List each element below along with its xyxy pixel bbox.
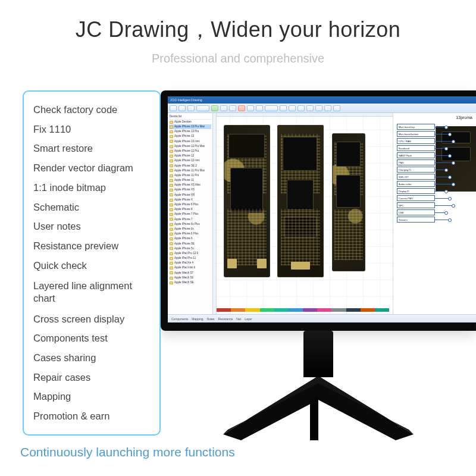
- color-swatch[interactable]: [317, 308, 331, 312]
- toolbar-button[interactable]: [196, 105, 209, 111]
- tree-item[interactable]: Apple Devices: [169, 120, 211, 124]
- color-swatch[interactable]: [303, 308, 317, 312]
- device-tree[interactable]: Device list Apple DevicesApple iPhone 13…: [168, 113, 213, 314]
- tree-item[interactable]: Apple iPhone 13 Pro: [169, 129, 211, 134]
- tree-item[interactable]: Apple iPhone XR: [169, 193, 211, 198]
- toolbar-button[interactable]: [289, 105, 296, 111]
- tree-item[interactable]: Apple iPad Air 4: [169, 261, 211, 265]
- schematic-block[interactable]: Main board top: [397, 124, 435, 130]
- toolbar-button[interactable]: [220, 105, 227, 111]
- tree-item[interactable]: Apple iPhone 13: [169, 134, 211, 139]
- toolbar-button[interactable]: [256, 105, 263, 111]
- color-swatch[interactable]: [346, 308, 361, 312]
- schematic-block[interactable]: Audio codec: [397, 181, 435, 187]
- tree-item[interactable]: Apple Watch SE: [169, 280, 211, 285]
- layer-color-swatches[interactable]: [217, 308, 389, 312]
- toolbar-button[interactable]: [324, 105, 331, 111]
- tree-item-label: Apple Watch S7: [174, 272, 193, 275]
- tree-item[interactable]: Apple iPhone 6 Plus: [169, 231, 211, 236]
- schematic-block[interactable]: Main board bottom: [397, 131, 435, 137]
- tree-item[interactable]: Apple iPhone 8 Plus: [169, 202, 211, 207]
- tree-item[interactable]: Apple iPhone 12: [169, 154, 211, 158]
- schematic-block[interactable]: WiFi / BT: [397, 174, 435, 180]
- tree-item[interactable]: Apple iPhone 8: [169, 207, 211, 212]
- tree-item[interactable]: Apple iPhone XS: [169, 188, 211, 193]
- feature-item: 1:1 inode bitmap: [33, 178, 150, 198]
- tree-item[interactable]: Apple iPhone 7 Plus: [169, 212, 211, 217]
- pcb-board[interactable]: [277, 125, 324, 277]
- tree-item-label: Apple iPhone 6 Plus: [174, 233, 199, 236]
- tree-item[interactable]: Apple iPhone 7: [169, 217, 211, 222]
- toolbar-button[interactable]: [298, 105, 305, 111]
- tree-item-label: Apple iPhone SE: [174, 243, 195, 246]
- tree-item[interactable]: Apple iPad Pro 11: [169, 256, 211, 261]
- toolbar-button[interactable]: [178, 105, 186, 111]
- tree-item[interactable]: Apple iPhone 12 mini: [169, 159, 211, 164]
- tree-item[interactable]: Apple iPhone 6: [169, 237, 211, 242]
- toolbar-button[interactable]: [170, 105, 177, 111]
- schematic-panel[interactable]: 13proma Main board topMain board bottomC…: [393, 113, 476, 314]
- color-swatch[interactable]: [331, 308, 346, 312]
- color-swatch[interactable]: [361, 308, 375, 312]
- toolbar-button[interactable]: [315, 105, 322, 111]
- pcb-canvas[interactable]: [213, 113, 393, 314]
- toolbar-button[interactable]: [306, 105, 314, 111]
- toolbar-button[interactable]: [238, 105, 245, 111]
- schematic-block[interactable]: NFC: [397, 202, 435, 208]
- color-swatch[interactable]: [375, 308, 389, 312]
- feature-item: Smart restore: [33, 139, 150, 158]
- schematic-block[interactable]: USB: [397, 209, 435, 215]
- color-swatch[interactable]: [260, 308, 274, 312]
- schematic-block[interactable]: Camera PMU: [397, 195, 435, 201]
- toolbar-button[interactable]: [265, 105, 278, 111]
- tree-item[interactable]: Apple iPad mini 6: [169, 266, 211, 271]
- link-line: [435, 141, 454, 142]
- tree-item-label: Apple iPhone 12 mini: [174, 159, 200, 162]
- toolbar-button[interactable]: [229, 105, 236, 111]
- color-swatch[interactable]: [231, 308, 245, 312]
- schematic-block[interactable]: NAND Flash: [397, 152, 435, 158]
- color-swatch[interactable]: [217, 308, 231, 312]
- schematic-block[interactable]: Baseband: [397, 145, 435, 151]
- toolbar-button[interactable]: [211, 105, 218, 111]
- tree-item[interactable]: Apple Watch S6: [169, 275, 211, 280]
- tree-item-label: Apple iPhone 6: [174, 237, 193, 240]
- tree-item[interactable]: Apple Watch S7: [169, 271, 211, 275]
- tree-item[interactable]: Apple iPhone 12 Pro Max: [169, 144, 211, 149]
- schematic-block[interactable]: Sensors: [397, 217, 435, 223]
- color-swatch[interactable]: [289, 308, 303, 312]
- tree-item[interactable]: Apple iPhone XS Max: [169, 183, 211, 187]
- tree-item[interactable]: Apple iPhone 12 Pro: [169, 149, 211, 154]
- tree-item-label: Apple Watch SE: [174, 281, 194, 284]
- pcb-board[interactable]: [224, 125, 270, 277]
- schematic-block[interactable]: CPU / RAM: [397, 138, 435, 144]
- tree-item[interactable]: Apple iPhone 5s: [169, 246, 211, 251]
- tree-item[interactable]: Apple iPhone 13 mini: [169, 139, 211, 144]
- toolbar-button[interactable]: [187, 105, 195, 111]
- tree-item[interactable]: Apple iPhone 11: [169, 178, 211, 183]
- link-line: [435, 155, 450, 156]
- tree-item[interactable]: Apple iPhone 11 Pro: [169, 173, 211, 178]
- tree-item[interactable]: Apple iPhone 6s Plus: [169, 222, 211, 227]
- toolbar-button[interactable]: [247, 105, 254, 111]
- pcb-board[interactable]: [332, 133, 365, 271]
- tree-item[interactable]: Apple iPad Pro 12.9: [169, 251, 211, 256]
- schematic-block[interactable]: PMU: [397, 159, 435, 165]
- schematic-block[interactable]: Display IC: [397, 188, 435, 194]
- toolbar-button[interactable]: [280, 105, 287, 111]
- tree-item[interactable]: Apple iPhone SE 2: [169, 164, 211, 168]
- tree-item[interactable]: Apple iPhone X: [169, 198, 211, 202]
- folder-icon: [170, 233, 173, 236]
- toolbar-button[interactable]: [333, 105, 340, 111]
- tree-item[interactable]: Apple iPhone 11 Pro Max: [169, 168, 211, 173]
- tree-item[interactable]: Apple iPhone 6s: [169, 227, 211, 231]
- schematic-block[interactable]: Charging IC: [397, 167, 435, 173]
- color-swatch[interactable]: [274, 308, 289, 312]
- footer-tagline: Continuously launching more functions: [20, 445, 235, 459]
- color-swatch[interactable]: [245, 308, 259, 312]
- tree-item[interactable]: Apple iPhone SE: [169, 242, 211, 246]
- tree-item-label: Apple iPhone 12 Pro: [174, 150, 199, 153]
- folder-icon: [170, 184, 173, 187]
- folder-icon: [170, 121, 173, 124]
- tree-item[interactable]: Apple iPhone 13 Pro Max: [169, 124, 211, 129]
